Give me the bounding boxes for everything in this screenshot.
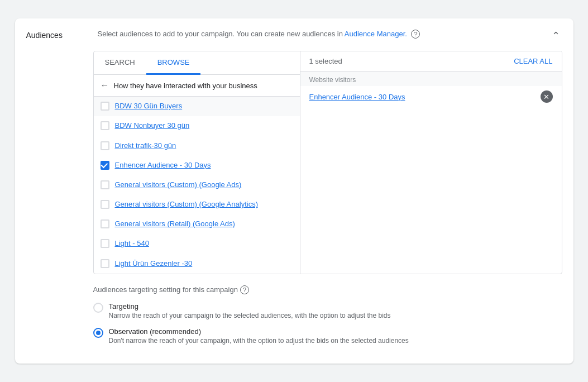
left-panel: SEARCH BROWSE ← How they have interacted…: [94, 51, 300, 274]
card-header: Audiences Select audiences to add to you…: [15, 18, 573, 51]
radio-desc-observation: Don't narrow the reach of your campaign,…: [109, 337, 409, 345]
list-item[interactable]: BDW 30 Gün Buyers: [94, 97, 300, 116]
checkbox[interactable]: [101, 141, 109, 150]
list-item[interactable]: Enhencer Audience - 30 Days: [94, 156, 300, 175]
remove-icon[interactable]: ✕: [541, 90, 553, 103]
item-label[interactable]: Light - 540: [115, 238, 149, 249]
item-label[interactable]: BDW 30 Gün Buyers: [115, 101, 183, 111]
description-text: Select audiences to add to your campaign…: [98, 30, 343, 38]
tabs-header: SEARCH BROWSE: [94, 51, 300, 75]
item-label[interactable]: Direkt trafik-30 gün: [115, 141, 176, 151]
list-item[interactable]: Light - 540: [94, 234, 300, 254]
audiences-card: Audiences Select audiences to add to you…: [15, 18, 573, 364]
radio-option-observation[interactable]: Observation (recommended) Don't narrow t…: [93, 327, 562, 345]
help-icon[interactable]: ?: [411, 30, 420, 39]
selected-item-row: Enhencer Audience - 30 Days ✕: [300, 86, 562, 107]
checkbox[interactable]: [101, 102, 109, 111]
right-panel: 1 selected CLEAR ALL Website visitors En…: [300, 51, 562, 274]
checkbox[interactable]: [101, 180, 109, 189]
checkbox[interactable]: [101, 239, 109, 248]
selected-items-list: Enhencer Audience - 30 Days ✕: [300, 86, 562, 107]
tab-search[interactable]: SEARCH: [94, 51, 146, 75]
right-panel-header: 1 selected CLEAR ALL: [300, 51, 562, 71]
list-item[interactable]: Light Ürün Gezenler -30: [94, 254, 300, 274]
item-label[interactable]: General visitors (Retail) (Google Ads): [115, 219, 235, 229]
breadcrumb-text: How they have interacted with your busin…: [114, 82, 257, 90]
selected-count: 1 selected: [309, 57, 342, 65]
clear-all-button[interactable]: CLEAR ALL: [514, 57, 552, 65]
item-label[interactable]: Light Ürün Gezenler -30: [115, 259, 193, 269]
targeting-help-icon[interactable]: ?: [240, 285, 249, 294]
checkbox[interactable]: [101, 161, 109, 170]
website-visitors-label: Website visitors: [300, 71, 562, 86]
list-item[interactable]: BDW Nonbuyer 30 gün: [94, 116, 300, 136]
item-label[interactable]: General visitors (Custom) (Google Analyt…: [115, 199, 258, 209]
radio-circle-observation[interactable]: [93, 328, 103, 338]
back-arrow-icon[interactable]: ←: [101, 80, 109, 90]
item-label[interactable]: BDW Nonbuyer 30 gün: [115, 121, 190, 131]
radio-circle-targeting[interactable]: [93, 303, 103, 313]
audience-manager-link[interactable]: Audience Manager.: [345, 30, 407, 38]
targeting-options: Targeting Narrow the reach of your campa…: [93, 302, 562, 345]
list-item[interactable]: General visitors (Custom) (Google Analyt…: [94, 195, 300, 214]
targeting-section: Audiences targeting setting for this cam…: [93, 274, 562, 345]
list-area[interactable]: BDW 30 Gün Buyers BDW Nonbuyer 30 gün Di…: [94, 97, 300, 274]
page-title: Audiences: [26, 30, 93, 40]
radio-desc-targeting: Narrow the reach of your campaign to the…: [109, 312, 391, 319]
item-label[interactable]: General visitors (Custom) (Google Ads): [115, 180, 242, 190]
targeting-title: Audiences targeting setting for this cam…: [93, 285, 562, 294]
selected-item-name[interactable]: Enhencer Audience - 30 Days: [309, 93, 405, 101]
radio-option-targeting[interactable]: Targeting Narrow the reach of your campa…: [93, 302, 562, 319]
checkbox[interactable]: [101, 219, 109, 228]
list-item[interactable]: Direkt trafik-30 gün: [94, 136, 300, 156]
item-label[interactable]: Enhencer Audience - 30 Days: [115, 160, 211, 170]
collapse-icon[interactable]: ⌃: [549, 30, 562, 42]
main-content: SEARCH BROWSE ← How they have interacted…: [15, 51, 573, 364]
radio-label-observation: Observation (recommended): [109, 327, 409, 336]
checkbox[interactable]: [101, 259, 109, 268]
checkbox[interactable]: [101, 121, 109, 130]
breadcrumb: ← How they have interacted with your bus…: [94, 75, 300, 97]
tab-browse[interactable]: BROWSE: [146, 51, 201, 75]
radio-label-targeting: Targeting: [109, 302, 391, 311]
card-description: Select audiences to add to your campaign…: [93, 30, 549, 39]
list-item[interactable]: General visitors (Retail) (Google Ads): [94, 214, 300, 234]
list-item[interactable]: General visitors (Custom) (Google Ads): [94, 175, 300, 195]
checkbox[interactable]: [101, 200, 109, 209]
tabs-panel: SEARCH BROWSE ← How they have interacted…: [93, 51, 562, 274]
